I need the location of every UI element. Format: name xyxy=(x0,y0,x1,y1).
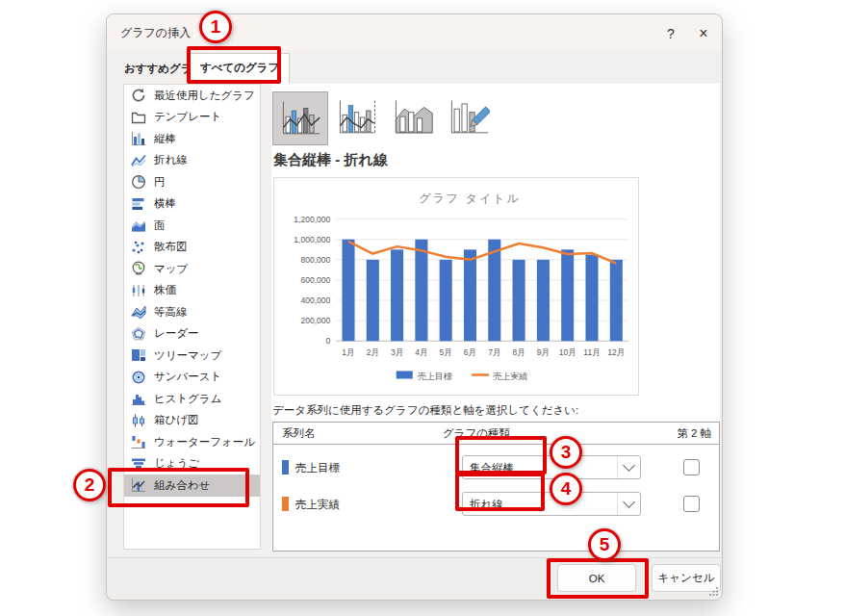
bar-chart-icon xyxy=(131,196,146,212)
sidebar-item-label: レーダー xyxy=(154,326,199,341)
sidebar-item-label: 等高線 xyxy=(154,305,188,320)
sidebar-item-label: 面 xyxy=(154,218,166,233)
dialog-titlebar: グラフの挿入 ? × xyxy=(107,14,722,51)
sidebar-item-label: ウォーターフォール xyxy=(154,435,255,449)
combo-chart-icon xyxy=(131,477,146,493)
waterfall-chart-icon xyxy=(131,434,146,449)
clustered-column-line-thumbnail[interactable] xyxy=(272,91,328,145)
map-chart-icon xyxy=(131,261,146,276)
secondary-axis-checkbox[interactable] xyxy=(683,459,700,475)
sidebar-item-histogram-chart[interactable]: ヒストグラム xyxy=(124,388,260,410)
chart-type-value: 集合縦棒 xyxy=(470,461,514,475)
sidebar-item-treemap-chart[interactable]: ツリーマップ xyxy=(124,345,260,367)
sidebar-item-label: 横棒 xyxy=(154,196,176,211)
chevron-down-icon[interactable] xyxy=(617,493,640,515)
pie-chart-icon xyxy=(131,174,146,190)
sidebar-item-map-chart[interactable]: マップ xyxy=(124,258,260,280)
close-button[interactable]: × xyxy=(690,21,717,46)
svg-text:3月: 3月 xyxy=(391,347,403,357)
column-chart-icon xyxy=(131,131,146,146)
sidebar-item-stock-chart[interactable]: 株価 xyxy=(124,280,260,302)
chart-category-list: 最近使用したグラフテンプレート縦棒折れ線円横棒面散布図マップ株価等高線レーダーツ… xyxy=(123,84,261,550)
combo-chart-preview: 0200,000400,000600,000800,0001,000,0001,… xyxy=(274,178,638,395)
recent-chart-icon xyxy=(131,88,146,103)
sidebar-item-label: 最近使用したグラフ xyxy=(154,89,255,103)
insert-chart-dialog: グラフの挿入 ? × おすすめグラフ すべてのグラフ 最近使用したグラフテンプレ… xyxy=(106,13,723,601)
sidebar-item-column-chart[interactable]: 縦棒 xyxy=(124,128,260,150)
chart-preview: 0200,000400,000600,000800,0001,000,0001,… xyxy=(273,177,639,396)
sidebar-item-combo-chart[interactable]: 組み合わせ xyxy=(124,475,260,497)
area-chart-icon xyxy=(131,218,146,233)
svg-text:5月: 5月 xyxy=(440,347,452,357)
series-name: 売上実績 xyxy=(295,498,340,512)
svg-text:6月: 6月 xyxy=(464,347,476,357)
sidebar-item-label: マップ xyxy=(154,262,188,276)
line-chart-icon xyxy=(131,153,146,168)
chart-type-dropdown[interactable]: 集合縦棒 xyxy=(462,455,641,479)
sidebar-item-label: 散布図 xyxy=(154,240,188,254)
series-prompt: データ系列に使用するグラフの種類と軸を選択してください: xyxy=(272,403,578,418)
sidebar-item-line-chart[interactable]: 折れ線 xyxy=(124,150,260,172)
sidebar-item-label: 折れ線 xyxy=(154,153,188,167)
funnel-chart-icon xyxy=(131,456,146,472)
sidebar-item-label: サンバースト xyxy=(154,370,221,384)
sidebar-item-label: 組み合わせ xyxy=(154,478,210,493)
chart-type-value: 折れ線 xyxy=(470,498,503,512)
series-table-header: 系列名 グラフの種類 第 2 軸 xyxy=(273,423,719,445)
svg-text:0: 0 xyxy=(326,336,331,346)
svg-text:1,200,000: 1,200,000 xyxy=(294,215,330,224)
series-name: 売上目標 xyxy=(295,461,340,475)
sidebar-item-label: テンプレート xyxy=(154,110,221,124)
sidebar-item-surface-chart[interactable]: 等高線 xyxy=(124,301,260,323)
svg-text:売上実績: 売上実績 xyxy=(493,372,527,381)
stock-chart-icon xyxy=(131,283,146,298)
template-icon xyxy=(131,110,146,125)
sidebar-item-sunburst-chart[interactable]: サンバースト xyxy=(124,367,260,389)
page: { "dialog": { "title": "グラフの挿入", "help_l… xyxy=(0,0,845,616)
column-header-series-name: 系列名 xyxy=(282,426,316,441)
sidebar-item-funnel-chart[interactable]: じょうご xyxy=(124,453,260,475)
scatter-chart-icon xyxy=(131,240,146,255)
svg-text:600,000: 600,000 xyxy=(300,275,330,285)
svg-text:12月: 12月 xyxy=(607,347,625,357)
treemap-chart-icon xyxy=(131,347,146,363)
sidebar-item-bar-chart[interactable]: 横棒 xyxy=(124,193,260,216)
sidebar-item-radar-chart[interactable]: レーダー xyxy=(124,323,260,346)
ok-button[interactable]: OK xyxy=(557,564,636,592)
sidebar-item-label: ヒストグラム xyxy=(154,392,222,406)
sidebar-item-area-chart[interactable]: 面 xyxy=(124,215,260,237)
series-row: 売上目標集合縦棒 xyxy=(273,455,719,480)
dialog-title: グラフの挿入 xyxy=(120,25,191,41)
svg-text:1,000,000: 1,000,000 xyxy=(294,235,330,244)
sidebar-item-label: 円 xyxy=(154,175,166,190)
resize-grip-icon[interactable] xyxy=(708,586,719,597)
svg-text:7月: 7月 xyxy=(488,347,500,357)
chart-type-dropdown[interactable]: 折れ線 xyxy=(462,492,641,516)
stacked-area-clustered-column-thumbnail[interactable] xyxy=(388,95,438,140)
tab-all-charts[interactable]: すべてのグラフ xyxy=(190,53,290,84)
sidebar-item-label: じょうご xyxy=(154,456,199,471)
column-header-secondary-axis: 第 2 軸 xyxy=(677,426,711,441)
custom-combination-thumbnail[interactable] xyxy=(444,95,494,140)
sidebar-item-recent-chart[interactable]: 最近使用したグラフ xyxy=(124,85,260,107)
sidebar-item-template[interactable]: テンプレート xyxy=(124,107,260,129)
sidebar-item-waterfall-chart[interactable]: ウォーターフォール xyxy=(124,431,260,453)
svg-text:10月: 10月 xyxy=(559,347,576,357)
series-row: 売上実績折れ線 xyxy=(273,492,719,517)
sidebar-item-boxwhisker-chart[interactable]: 箱ひげ図 xyxy=(124,410,260,432)
clustered-column-line-secondary-axis-thumbnail[interactable] xyxy=(332,95,382,140)
svg-text:4月: 4月 xyxy=(415,347,427,357)
chevron-down-icon[interactable] xyxy=(617,456,640,478)
svg-text:グラフ タイトル: グラフ タイトル xyxy=(419,192,521,205)
sidebar-item-scatter-chart[interactable]: 散布図 xyxy=(124,237,260,259)
sidebar-item-pie-chart[interactable]: 円 xyxy=(124,171,260,193)
dialog-footer: OK キャンセル xyxy=(107,557,722,600)
svg-text:800,000: 800,000 xyxy=(300,255,330,265)
secondary-axis-checkbox[interactable] xyxy=(683,496,700,512)
svg-text:1月: 1月 xyxy=(342,347,354,357)
series-table: 系列名 グラフの種類 第 2 軸 売上目標集合縦棒売上実績折れ線 xyxy=(272,422,720,552)
sunburst-chart-icon xyxy=(131,370,146,385)
boxwhisker-chart-icon xyxy=(131,413,146,428)
help-button[interactable]: ? xyxy=(657,21,684,46)
svg-text:11月: 11月 xyxy=(583,347,600,357)
